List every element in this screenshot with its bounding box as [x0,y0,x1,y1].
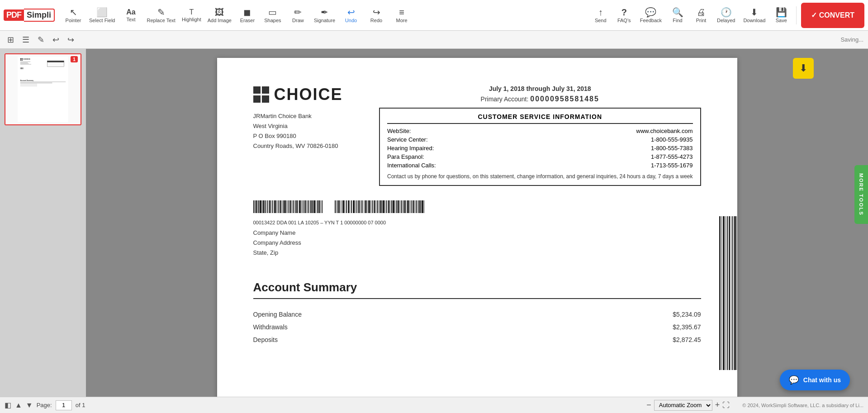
svg-rect-43 [278,200,279,213]
svg-rect-111 [401,200,402,213]
add-image-tool[interactable]: 🖼 Add Image [205,3,234,28]
select-field-tool[interactable]: ⬜ Select Field [86,3,118,28]
undo-label: Undo [345,18,357,23]
pointer-tool[interactable]: ↖ Pointer [61,3,85,28]
svg-rect-44 [280,200,281,213]
opening-balance-value: $5,234.09 [673,311,701,318]
summary-divider [253,298,701,299]
page-number-input[interactable] [56,400,72,410]
edit-button[interactable]: ✎ [35,33,47,47]
delayed-label: Delayed [717,18,735,23]
mail-address: Company Name Company Address State, Zip [253,228,425,258]
svg-rect-54 [295,200,297,213]
shapes-tool[interactable]: ▭ Shapes [261,3,285,28]
prev-page-button[interactable]: ▲ [15,401,22,409]
feedback-tool[interactable]: 💬 Feedback [637,3,664,28]
svg-rect-73 [337,200,339,213]
svg-rect-132 [731,216,731,370]
pointer-icon: ↖ [70,8,77,17]
next-page-button[interactable]: ▼ [26,401,33,409]
svg-rect-3 [20,60,21,61]
zoom-in-button[interactable]: + [715,400,720,410]
more-tools-tab[interactable]: MORE TOOLS [854,165,868,224]
withdrawals-row: Withdrawals $2,395.67 [253,321,701,333]
svg-rect-53 [294,200,294,213]
document-header: CHOICE JRMartin Choice Bank West Virgini… [253,85,701,186]
cs-intl-value: 1-713-555-1679 [651,162,693,169]
app-logo[interactable]: PDF Simpli [4,9,55,22]
svg-rect-80 [350,200,350,213]
signature-icon: ✒ [321,8,328,17]
svg-rect-9 [20,64,31,65]
svg-rect-69 [320,200,321,213]
svg-rect-129 [726,216,726,370]
find-label: Find [673,18,682,23]
chat-widget[interactable]: 💬 Chat with us [780,370,850,390]
replace-text-tool[interactable]: ✎ Replace Text [144,3,178,28]
delayed-tool[interactable]: 🕐 Delayed [714,3,738,28]
save-icon: 💾 [776,8,787,17]
eraser-tool[interactable]: ◼ Eraser [235,3,260,28]
grid-view-button[interactable]: ⊞ [5,33,17,47]
zoom-control: − Automatic Zoom50%75%100%125%150%200% +… [646,400,730,411]
draw-tool[interactable]: ✏ Draw [286,3,310,28]
deposits-row: Deposits $2,872.45 [253,333,701,346]
svg-rect-101 [385,200,385,213]
svg-rect-108 [396,200,397,213]
undo-tool[interactable]: ↩ Undo [339,3,363,28]
redo-icon: ↪ [373,8,380,17]
secondary-undo-button[interactable]: ↩ [50,33,62,47]
svg-rect-112 [402,200,403,213]
svg-rect-98 [379,200,381,213]
address-line2: West Virginia [253,121,343,131]
send-tool[interactable]: ↑ Send [590,3,611,28]
draw-icon: ✏ [294,8,302,17]
cs-hearing-value: 1-800-555-7383 [651,145,693,152]
document-page: CHOICE JRMartin Choice Bank West Virgini… [217,58,737,397]
faqs-tool[interactable]: ? FAQ's [614,3,635,28]
download-tool[interactable]: ⬇ Download [740,3,768,28]
redo-tool[interactable]: ↪ Redo [364,3,389,28]
highlight-tool[interactable]: T Highlight [179,3,204,28]
highlight-icon: T [189,9,194,16]
svg-rect-99 [381,200,382,213]
save-tool[interactable]: 💾 Save [771,3,792,28]
svg-rect-83 [355,200,356,213]
more-tool[interactable]: ≡ More [389,3,414,28]
toolbar-divider [796,6,797,24]
download-fab-button[interactable]: ⬇ [793,58,814,79]
mail-street: Company Address [253,238,425,248]
svg-rect-40 [272,200,273,213]
sidebar-toggle-button[interactable]: ◧ [5,401,11,409]
text-tool[interactable]: Aa Text [119,3,143,28]
secondary-redo-button[interactable]: ↪ [65,33,77,47]
print-tool[interactable]: 🖨 Print [691,3,711,28]
svg-rect-59 [304,200,306,213]
list-view-button[interactable]: ☰ [19,33,32,47]
svg-rect-27 [253,200,254,213]
svg-rect-92 [370,200,371,213]
svg-rect-86 [360,200,360,213]
cs-website-row: WebSite: www.choicebank.com [387,128,693,134]
convert-button[interactable]: ✓ CONVERT [801,3,864,28]
svg-rect-77 [345,200,345,213]
svg-rect-65 [313,200,315,213]
address-line1: JRMartin Choice Bank [253,111,343,121]
svg-rect-60 [306,200,307,213]
svg-rect-46 [283,200,284,213]
svg-rect-37 [267,200,268,213]
download-fab-icon: ⬇ [799,62,807,74]
svg-rect-23 [20,84,37,84]
page-of: of 1 [76,402,85,408]
delayed-icon: 🕐 [721,8,732,17]
document-area[interactable]: ⬇ CHOICE JRMa [86,49,868,397]
zoom-out-button[interactable]: − [646,400,651,410]
signature-tool[interactable]: ✒ Signature [311,3,338,28]
page-thumbnail-1[interactable]: 1 CHOICE [5,53,81,125]
zoom-select[interactable]: Automatic Zoom50%75%100%125%150%200% [654,400,712,411]
fullscreen-button[interactable]: ⛶ [722,401,730,409]
cs-intl-label: International Calls: [387,162,436,169]
svg-rect-52 [293,200,294,213]
chat-icon: 💬 [789,375,799,385]
find-tool[interactable]: 🔍 Find [667,3,688,28]
